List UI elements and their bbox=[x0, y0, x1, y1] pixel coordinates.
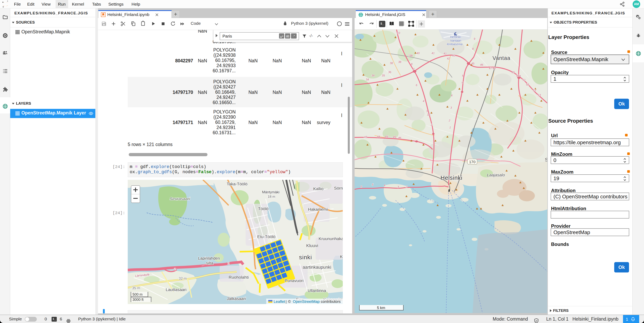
svg-text:52: 52 bbox=[526, 83, 529, 86]
svg-text:170: 170 bbox=[469, 160, 476, 164]
svg-text:34: 34 bbox=[371, 74, 374, 77]
svg-text:8: 8 bbox=[411, 62, 412, 66]
svg-text:43: 43 bbox=[364, 135, 367, 139]
svg-text:Ullanlinna: Ullanlinna bbox=[308, 288, 326, 293]
svg-text:Mäntymäki: Mäntymäki bbox=[262, 190, 280, 194]
svg-text:4: 4 bbox=[451, 94, 452, 97]
svg-text:45: 45 bbox=[385, 135, 388, 138]
svg-text:Hakaniemi: Hakaniemi bbox=[308, 207, 328, 212]
svg-text:38: 38 bbox=[398, 60, 401, 63]
svg-text:8: 8 bbox=[472, 47, 474, 50]
svg-text:51: 51 bbox=[522, 78, 526, 81]
svg-text:34: 34 bbox=[366, 78, 369, 81]
svg-text:50a: 50a bbox=[516, 74, 521, 77]
svg-text:Töölö: Töölö bbox=[258, 206, 269, 211]
svg-text:45: 45 bbox=[393, 135, 396, 139]
svg-text:Vantaa: Vantaa bbox=[492, 55, 510, 61]
svg-text:Lauttasaari: Lauttasaari bbox=[166, 287, 186, 292]
svg-text:35: 35 bbox=[382, 74, 385, 77]
svg-text:Helsinki: Helsinki bbox=[440, 175, 462, 181]
svg-text:41: 41 bbox=[432, 51, 435, 55]
svg-text:6: 6 bbox=[416, 83, 417, 87]
svg-text:49: 49 bbox=[512, 71, 515, 74]
svg-text:Kruununhaka: Kruununhaka bbox=[318, 236, 343, 241]
svg-text:500 m: 500 m bbox=[132, 293, 142, 297]
svg-text:Laajasalo: Laajasalo bbox=[487, 173, 505, 177]
svg-text:5: 5 bbox=[372, 183, 373, 186]
svg-text:46: 46 bbox=[480, 63, 483, 66]
svg-text:43: 43 bbox=[452, 54, 455, 57]
svg-text:32 m: 32 m bbox=[179, 277, 187, 281]
svg-text:35 m: 35 m bbox=[132, 286, 140, 290]
svg-text:Lapinlahden: Lapinlahden bbox=[198, 256, 220, 261]
svg-text:18 m: 18 m bbox=[268, 195, 275, 199]
svg-text:|: | bbox=[286, 300, 286, 304]
svg-text:41: 41 bbox=[444, 52, 447, 55]
svg-text:2: 2 bbox=[448, 119, 450, 122]
svg-text:Kallio: Kallio bbox=[313, 186, 324, 191]
svg-text:n: n bbox=[360, 185, 362, 188]
svg-text:aartinkaupunki: aartinkaupunki bbox=[302, 265, 331, 270]
svg-text:5 km: 5 km bbox=[377, 306, 385, 310]
svg-text:2: 2 bbox=[406, 185, 407, 188]
svg-text:4: 4 bbox=[423, 99, 424, 103]
svg-text:Jätkäsaari: Jätkäsaari bbox=[227, 296, 246, 301]
svg-text:4: 4 bbox=[384, 184, 385, 187]
svg-text:silta: silta bbox=[206, 261, 213, 265]
svg-text:7: 7 bbox=[413, 67, 415, 71]
svg-text:5: 5 bbox=[462, 74, 464, 77]
svg-text:9: 9 bbox=[474, 37, 475, 40]
svg-text:1: 1 bbox=[449, 126, 451, 129]
svg-text:3: 3 bbox=[426, 109, 428, 113]
svg-text:K: K bbox=[340, 254, 343, 259]
svg-text:45: 45 bbox=[471, 62, 474, 65]
svg-text:46: 46 bbox=[398, 136, 401, 139]
svg-text:40: 40 bbox=[416, 51, 420, 55]
svg-text:3: 3 bbox=[397, 185, 399, 189]
svg-text:53: 53 bbox=[538, 93, 541, 97]
svg-text:10: 10 bbox=[397, 31, 400, 34]
svg-text:Leaflet: Leaflet bbox=[274, 300, 285, 304]
svg-text:3: 3 bbox=[450, 106, 452, 109]
svg-text:47: 47 bbox=[489, 67, 492, 70]
svg-text:2: 2 bbox=[430, 123, 432, 126]
svg-text:38: 38 bbox=[390, 61, 393, 65]
svg-text:2: 2 bbox=[228, 262, 229, 265]
svg-text:contributors: contributors bbox=[321, 300, 340, 304]
svg-text:5: 5 bbox=[462, 81, 463, 84]
svg-text:Helsinki-: Helsinki- bbox=[450, 35, 462, 38]
svg-text:Etu-Töölö: Etu-Töölö bbox=[257, 234, 276, 239]
svg-text:©: © bbox=[288, 300, 291, 304]
svg-text:3A: 3A bbox=[427, 113, 430, 116]
svg-text:48: 48 bbox=[492, 67, 496, 70]
svg-text:2: 2 bbox=[174, 267, 176, 271]
svg-text:Ruoholahti: Ruoholahti bbox=[229, 275, 249, 280]
svg-text:3000 ft: 3000 ft bbox=[132, 298, 144, 302]
svg-text:53: 53 bbox=[533, 89, 536, 92]
svg-text:Seurasaari: Seurasaari bbox=[170, 196, 190, 201]
svg-text:42: 42 bbox=[447, 57, 450, 60]
svg-text:Sörn: Sörn bbox=[334, 186, 343, 190]
svg-text:OpenStreetMap: OpenStreetMap bbox=[293, 300, 320, 304]
svg-text:Kluuvi: Kluuvi bbox=[306, 243, 318, 248]
svg-text:36: 36 bbox=[388, 70, 391, 74]
svg-text:Punavuori: Punavuori bbox=[284, 278, 304, 283]
svg-text:Taka-Töölö: Taka-Töölö bbox=[227, 182, 248, 186]
svg-text:lentoasema: lentoasema bbox=[447, 42, 462, 46]
svg-text:19b: 19b bbox=[408, 54, 413, 57]
svg-text:sinki: sinki bbox=[299, 254, 312, 261]
svg-text:44: 44 bbox=[377, 135, 380, 138]
svg-text:S: S bbox=[545, 157, 547, 162]
svg-text:Vantaan: Vantaan bbox=[450, 39, 461, 42]
